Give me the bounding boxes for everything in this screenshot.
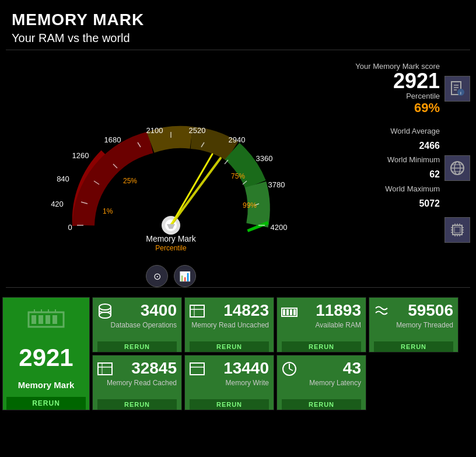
world-avg-value: 2466 [385, 138, 440, 154]
card-desc-7: Memory Latency [309, 379, 361, 387]
cpu-icon [449, 222, 466, 238]
svg-text:3360: 3360 [256, 154, 273, 163]
svg-text:2100: 2100 [146, 126, 163, 135]
card-icon-2 [188, 302, 206, 324]
card-rerun-1[interactable]: RERUN [97, 341, 177, 352]
card-read-uncached: 14823 Memory Read Uncached RERUN [184, 297, 274, 353]
card-num-5: 32845 [131, 359, 177, 378]
main-score-card: 2921 Memory Mark RERUN [2, 297, 90, 410]
memory-icon [26, 303, 66, 338]
card-num-2: 14823 [223, 301, 269, 320]
gauge-icon-btn[interactable]: ⊙ [146, 265, 168, 287]
world-avg-label: World Average [390, 127, 440, 135]
card-write: 13440 Memory Write RERUN [184, 355, 274, 410]
card-threaded: 59506 Memory Threaded RERUN [369, 297, 459, 353]
card-num-3: 11893 [316, 301, 361, 320]
world-min-value: 62 [385, 166, 440, 182]
gauge-svg: 0 420 840 1260 1680 2100 2520 2940 3360 … [28, 56, 314, 254]
card-rerun-2[interactable]: RERUN [190, 341, 269, 352]
card-rerun-6[interactable]: RERUN [190, 399, 269, 410]
svg-text:2520: 2520 [189, 126, 206, 135]
cards-col-3: 11893 Available RAM RERUN 43 Memory Late… [276, 297, 366, 410]
svg-rect-61 [46, 315, 50, 324]
svg-text:2940: 2940 [229, 135, 246, 144]
svg-text:Percentile: Percentile [155, 244, 187, 252]
card-num-7: 43 [343, 359, 361, 378]
stats-text: World Average 2466 World Minimum 62 Worl… [385, 125, 440, 211]
card-icon-6 [188, 360, 206, 382]
world-max-label: World Maximum [385, 184, 440, 193]
right-panel: Your Memory Mark score 2921 Percentile 6… [336, 56, 470, 287]
page-subtitle: Your RAM vs the world [12, 32, 464, 45]
card-icon-1 [96, 302, 114, 324]
card-rerun-7[interactable]: RERUN [282, 399, 361, 410]
world-min-label: World Minimum [387, 155, 440, 164]
svg-point-67 [99, 304, 111, 310]
cards-col-4: 59506 Memory Threaded RERUN [369, 297, 459, 410]
svg-text:840: 840 [57, 175, 69, 183]
svg-text:1260: 1260 [72, 151, 89, 160]
score-value: 2921 [355, 71, 440, 92]
cpu-icon-box [444, 217, 470, 243]
svg-text:25%: 25% [123, 177, 137, 185]
svg-line-28 [171, 158, 220, 225]
svg-text:1680: 1680 [104, 135, 121, 144]
document-icon: i [449, 81, 466, 97]
card-icon-4 [373, 302, 390, 324]
main-section: 0 420 840 1260 1680 2100 2520 2940 3360 … [0, 56, 476, 287]
svg-text:99%: 99% [243, 201, 257, 210]
svg-text:420: 420 [51, 200, 64, 208]
ram-icon [26, 303, 66, 333]
main-card-title: Memory Mark [18, 380, 75, 390]
card-read-cached: 32845 Memory Read Cached RERUN [92, 355, 182, 410]
card-desc-5: Memory Read Cached [107, 379, 177, 387]
stats-section: World Average 2466 World Minimum 62 Worl… [385, 125, 470, 211]
svg-rect-44 [453, 225, 462, 235]
svg-rect-45 [454, 227, 460, 233]
divider2 [6, 287, 470, 288]
svg-rect-78 [283, 309, 285, 315]
globe-icon-box [444, 155, 470, 181]
svg-rect-69 [98, 363, 112, 375]
card-rerun-4[interactable]: RERUN [374, 341, 453, 352]
svg-text:1%: 1% [103, 207, 113, 215]
percentile-value: 69% [355, 100, 440, 116]
svg-rect-62 [52, 315, 57, 324]
card-desc-1: Database Operations [111, 321, 177, 329]
svg-text:4200: 4200 [271, 223, 288, 232]
gauge-container: 0 420 840 1260 1680 2100 2520 2940 3360 … [28, 56, 314, 260]
gauge-bottom-icons: ⊙ 📊 [146, 265, 196, 287]
cards-col-2: 14823 Memory Read Uncached RERUN 13440 M… [184, 297, 274, 410]
score-section: Your Memory Mark score 2921 Percentile 6… [355, 62, 470, 116]
card-icon-5 [96, 360, 114, 382]
svg-point-68 [99, 312, 111, 318]
card-available-ram: 11893 Available RAM RERUN [276, 297, 366, 353]
card-rerun-3[interactable]: RERUN [282, 341, 361, 352]
world-max-value: 5072 [385, 196, 440, 211]
svg-rect-81 [293, 309, 296, 315]
card-icon-3 [281, 302, 298, 324]
page-title: MEMORY MARK [12, 11, 464, 29]
svg-text:75%: 75% [231, 172, 245, 180]
svg-line-29 [171, 154, 212, 225]
svg-rect-75 [190, 363, 204, 375]
svg-rect-79 [286, 309, 289, 315]
chart-icon-btn[interactable]: 📊 [174, 265, 196, 287]
main-card-rerun[interactable]: RERUN [6, 397, 86, 410]
cards-col-1: 3400 Database Operations RERUN 32845 Mem… [92, 297, 182, 410]
svg-text:Memory Mark: Memory Mark [146, 234, 197, 243]
svg-rect-60 [38, 315, 43, 324]
svg-rect-59 [32, 315, 36, 324]
card-desc-4: Memory Threaded [396, 321, 453, 329]
svg-text:i: i [460, 90, 461, 96]
card-rerun-5[interactable]: RERUN [97, 399, 177, 410]
main-card-score: 2921 [19, 344, 73, 372]
globe-icon [449, 160, 466, 176]
card-desc-6: Memory Write [226, 379, 269, 387]
gauge-area: 0 420 840 1260 1680 2100 2520 2940 3360 … [6, 56, 336, 287]
svg-line-84 [289, 369, 293, 371]
cpu-icon-area [444, 217, 470, 243]
card-database-ops: 3400 Database Operations RERUN [92, 297, 182, 353]
card-desc-3: Available RAM [316, 321, 361, 329]
card-num-6: 13440 [223, 359, 269, 378]
